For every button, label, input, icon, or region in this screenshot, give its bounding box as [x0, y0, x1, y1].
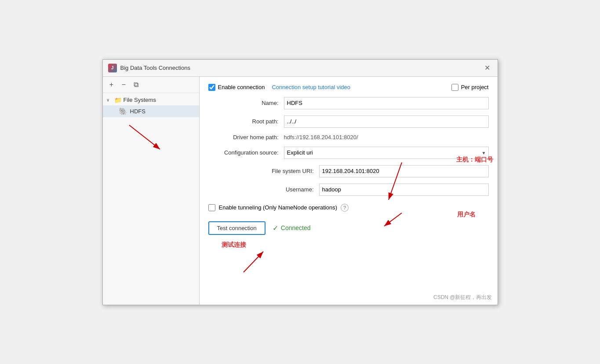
test-connection-cn-annotation: 测试连接: [208, 241, 489, 249]
tunneling-label: Enable tunneling (Only NameNode operatio…: [219, 204, 338, 211]
per-project-text: Per project: [461, 84, 489, 90]
tunneling-row: Enable tunneling (Only NameNode operatio…: [208, 204, 489, 212]
root-path-label: Root path:: [208, 118, 279, 125]
root-path-input[interactable]: [284, 115, 489, 128]
driver-home-path-label: Driver home path:: [208, 134, 279, 141]
left-panel: + − ⧉ ∨ 📁 File Systems 🐘 HDFS: [103, 77, 200, 305]
root-path-row: Root path:: [208, 115, 489, 128]
add-button[interactable]: +: [106, 79, 117, 90]
file-system-uri-input[interactable]: [319, 165, 489, 177]
remove-button[interactable]: −: [119, 79, 129, 90]
file-system-uri-row: File system URI:: [208, 165, 489, 177]
dialog-title: Big Data Tools Connections: [120, 65, 190, 71]
watermark: CSDN @新征程，再出发: [433, 294, 492, 301]
username-label: Username:: [244, 186, 314, 193]
username-row: Username:: [208, 184, 489, 196]
hdfs-label: HDFS: [130, 108, 145, 115]
per-project-checkbox[interactable]: [451, 84, 458, 91]
help-icon[interactable]: ?: [341, 204, 349, 212]
title-bar: J Big Data Tools Connections ✕: [103, 60, 498, 77]
right-panel: Enable connection Connection setup tutor…: [200, 77, 498, 305]
svg-line-7: [244, 252, 263, 272]
per-project-label[interactable]: Per project: [451, 84, 489, 91]
username-input[interactable]: [319, 184, 489, 196]
file-systems-label: File Systems: [124, 97, 156, 103]
driver-home-path-row: Driver home path: hdfs://192.168.204.101…: [208, 134, 489, 141]
file-system-uri-label: File system URI:: [244, 168, 314, 174]
test-connection-button[interactable]: Test connection: [208, 221, 265, 235]
hdfs-icon: 🐘: [119, 107, 127, 115]
enable-connection-checkbox-label[interactable]: Enable connection: [208, 84, 265, 91]
configuration-source-row: Configuration source: Explicit uri Confi…: [208, 147, 489, 159]
copy-button[interactable]: ⧉: [131, 79, 142, 90]
file-systems-group[interactable]: ∨ 📁 File Systems: [103, 95, 199, 105]
app-icon: J: [108, 64, 117, 72]
folder-icon: 📁: [114, 97, 122, 104]
tunneling-checkbox[interactable]: [208, 204, 215, 211]
left-toolbar: + − ⧉: [103, 77, 199, 93]
connected-text: Connected: [281, 224, 311, 231]
chevron-down-icon: ∨: [106, 97, 113, 102]
check-icon: ✓: [273, 224, 278, 232]
enable-connection-label: Enable connection: [218, 84, 265, 90]
configuration-source-wrapper: Explicit uri Config files ▼: [284, 147, 489, 159]
tutorial-link[interactable]: Connection setup tutorial video: [272, 84, 350, 90]
configuration-source-select[interactable]: Explicit uri Config files: [284, 147, 489, 159]
bottom-row: Test connection ✓ Connected: [208, 221, 489, 235]
connected-status: ✓ Connected: [273, 224, 311, 232]
name-label: Name:: [208, 100, 279, 106]
name-row: Name:: [208, 97, 489, 109]
name-input[interactable]: [284, 97, 489, 109]
enable-connection-checkbox[interactable]: [208, 84, 215, 91]
hdfs-item[interactable]: 🐘 HDFS: [103, 105, 199, 117]
tree-section: ∨ 📁 File Systems 🐘 HDFS: [103, 93, 199, 305]
driver-home-path-value: hdfs://192.168.204.101:8020/: [284, 134, 489, 141]
configuration-source-label: Configuration source:: [208, 149, 279, 156]
enable-connection-row: Enable connection Connection setup tutor…: [208, 84, 489, 91]
username-annotation: 用户名: [457, 211, 476, 219]
close-button[interactable]: ✕: [483, 63, 492, 73]
